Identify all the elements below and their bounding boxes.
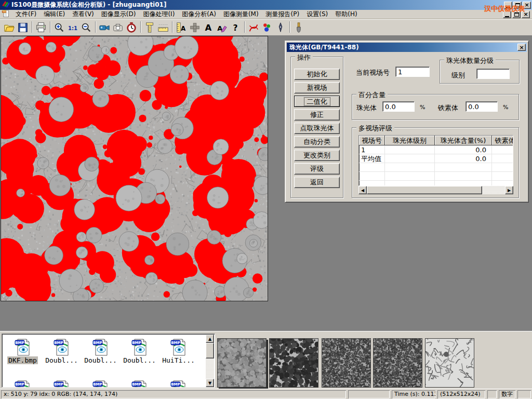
file-v-scrollbar[interactable]: ▲ ▼ (206, 335, 214, 387)
pearlite-percent-input[interactable] (382, 101, 415, 112)
photo-capture-icon (112, 22, 124, 33)
scrollbar-thumb[interactable] (367, 186, 482, 194)
time-status: Time (s): 0.113 (392, 390, 435, 398)
menu-item-file[interactable]: 文件(F) (12, 9, 40, 20)
table-row (359, 163, 513, 172)
mode-status: 数字 (499, 390, 515, 398)
actual-size-icon: 1:1 (67, 22, 78, 33)
file-item-row2-3[interactable]: BMP (120, 380, 159, 388)
dialog-title: 珠光体(GB/T9441-88) (289, 43, 359, 52)
multi-field-group: 多视场评级 视场号珠光体级别珠光体含量(%)铁素体含量(%)10.0平均值0.0… (352, 127, 519, 198)
save-file-button[interactable] (16, 21, 30, 34)
grid-cross-button[interactable] (188, 21, 202, 34)
file-item-1[interactable]: BMPDoubl... (42, 338, 81, 364)
table-header-3[interactable]: 铁素体含量(%) (492, 136, 513, 145)
bmp-file-icon: BMP (131, 380, 149, 388)
file-item-row2-1[interactable]: BMP (42, 380, 81, 388)
table-header-1[interactable]: 珠光体级别 (385, 136, 435, 145)
thumbnail-1[interactable] (217, 338, 267, 388)
menu-item-settings[interactable]: 设置(S) (303, 9, 331, 20)
timer-button[interactable] (125, 21, 138, 34)
new-field-button[interactable]: 新视场 (294, 82, 340, 94)
video-capture-button[interactable] (98, 21, 111, 34)
bottom-panel: BMPDKF.bmpBMPDoubl...BMPDoubl...BMPDoubl… (0, 331, 532, 389)
grade-level-input[interactable] (476, 69, 510, 79)
table-cell (492, 172, 513, 181)
rate-button-label: 评级 (310, 164, 324, 174)
menu-item-view[interactable]: 查看(V) (69, 9, 98, 20)
zoom-in-button[interactable] (52, 21, 66, 34)
menu-item-image-process[interactable]: 图像处理(I) (139, 9, 178, 20)
text-edit-button[interactable]: A (215, 21, 229, 34)
curve-tool-button[interactable] (247, 21, 260, 34)
ruler-measure-button[interactable] (156, 21, 170, 34)
file-item-3[interactable]: BMPDoubl... (120, 338, 159, 364)
scroll-right-icon[interactable]: ▶ (505, 186, 513, 194)
menu-item-image-analysis[interactable]: 图像分析(A) (178, 9, 220, 20)
measure-annotate-button[interactable]: A (175, 21, 188, 34)
thumbnail-2[interactable] (269, 338, 318, 388)
file-item-row2-2[interactable]: BMP (81, 380, 120, 388)
bmp-file-icon: BMP (53, 338, 71, 356)
table-header-2[interactable]: 珠光体含量(%) (435, 136, 492, 145)
menu-item-edit[interactable]: 编辑(E) (40, 9, 69, 20)
thumbnail-5[interactable] (425, 338, 474, 388)
dialog-title-bar[interactable]: 珠光体(GB/T9441-88) × (287, 43, 527, 52)
table-row (359, 181, 513, 186)
toolbar-separator (138, 21, 143, 34)
table-cell (359, 172, 385, 181)
svg-text:BMP: BMP (54, 341, 63, 345)
help-button[interactable]: ? (229, 21, 242, 34)
ruler-measure-icon (157, 22, 169, 33)
svg-text:BMP: BMP (132, 382, 141, 387)
table-header-row: 视场号珠光体级别珠光体含量(%)铁素体含量(%) (359, 136, 513, 145)
menu-item-image-measure[interactable]: 图像测量(M) (220, 9, 262, 20)
bmp-file-icon: BMP (53, 380, 71, 388)
correct-button[interactable]: 修正 (294, 109, 340, 121)
binarize-button[interactable]: 二值化 (294, 96, 340, 107)
auto-classify-button[interactable]: 自动分类 (294, 136, 340, 148)
actual-size-button[interactable]: 1:1 (66, 21, 79, 34)
initialize-button[interactable]: 初始化 (294, 69, 340, 80)
text-label-button[interactable]: A (202, 21, 215, 34)
return-button[interactable]: 返回 (294, 177, 340, 188)
file-item-4[interactable]: BMPHuiTi... (159, 338, 198, 364)
dialog-close-icon[interactable]: × (517, 44, 526, 51)
current-field-input[interactable] (395, 66, 430, 77)
caliper-measure-button[interactable] (143, 21, 156, 34)
scroll-down-icon[interactable]: ▼ (206, 379, 214, 387)
file-scrollbar-thumb[interactable] (206, 343, 214, 358)
menu-item-image-display[interactable]: 图像显示(D) (98, 9, 140, 20)
pearlite-dialog: 珠光体(GB/T9441-88) × 操作 初始化新视场二值化修正点取珠光体自动… (285, 41, 529, 203)
change-class-button[interactable]: 更改类别 (294, 150, 340, 161)
photo-capture-button[interactable] (111, 21, 125, 34)
pick-pearlite-button[interactable]: 点取珠光体 (294, 123, 340, 134)
pen-tool-button[interactable] (274, 21, 287, 34)
print-button[interactable] (34, 21, 48, 34)
grade-level-label: 级别 (451, 71, 465, 80)
zoom-out-button[interactable] (79, 21, 93, 34)
file-item-row2-4[interactable]: BMP (159, 380, 198, 388)
auto-classify-button-label: 自动分类 (303, 137, 330, 147)
file-item-2[interactable]: BMPDoubl... (81, 338, 120, 364)
file-item-0[interactable]: BMPDKF.bmp (3, 338, 42, 364)
thumbnail-4[interactable] (373, 338, 422, 388)
status-empty-3 (517, 390, 531, 398)
table-cell (359, 163, 385, 172)
video-capture-icon (99, 22, 110, 33)
menu-item-help[interactable]: 帮助(H) (331, 9, 361, 20)
table-h-scrollbar[interactable]: ◀ ▶ (358, 186, 513, 194)
metallographic-image[interactable] (1, 36, 268, 301)
thumbnail-3[interactable] (322, 338, 371, 388)
scroll-left-icon[interactable]: ◀ (358, 186, 367, 194)
file-item-row2-0[interactable]: BMP (3, 380, 42, 388)
color-classify-button[interactable] (260, 21, 274, 34)
open-file-button[interactable] (3, 21, 16, 34)
menu-item-measure-report[interactable]: 测量报告(P) (262, 9, 303, 20)
table-header-0[interactable]: 视场号 (359, 136, 385, 145)
brush-tool-button[interactable] (292, 21, 305, 34)
rate-button[interactable]: 评级 (294, 163, 340, 175)
scroll-up-icon[interactable]: ▲ (206, 335, 214, 343)
menu-bar: DOC 文件(F)编辑(E)查看(V)图像显示(D)图像处理(I)图像分析(A)… (0, 10, 532, 19)
ferrite-percent-input[interactable] (466, 101, 498, 112)
